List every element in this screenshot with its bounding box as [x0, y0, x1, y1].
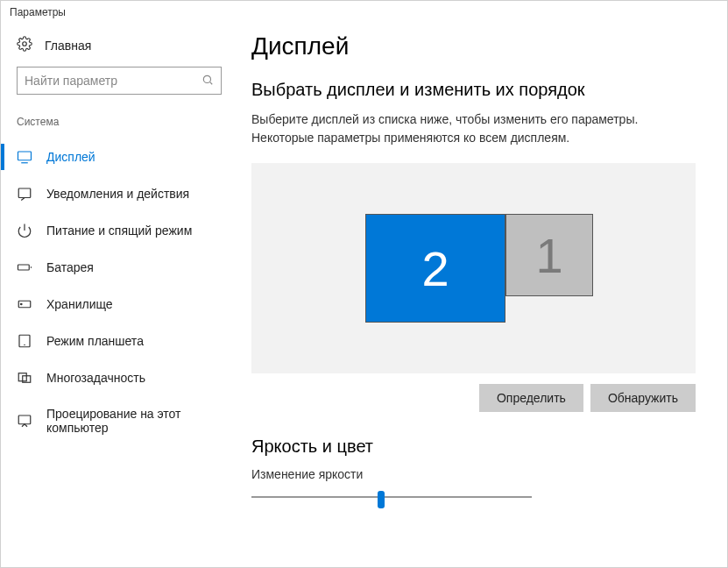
sidebar-item-label: Хранилище: [46, 297, 113, 311]
sidebar-item-projecting[interactable]: Проецирование на этот компьютер: [1, 396, 237, 445]
search-input-wrapper[interactable]: [17, 67, 222, 95]
home-label: Главная: [45, 39, 91, 53]
category-label: Система: [1, 116, 237, 138]
slider-thumb[interactable]: [378, 491, 385, 508]
sidebar: Главная Система Дисплей: [1, 24, 237, 567]
display-actions: Определить Обнаружить: [251, 384, 696, 412]
settings-window: Параметры Главная: [0, 0, 728, 568]
sidebar-item-label: Батарея: [46, 260, 94, 274]
sidebar-item-tablet[interactable]: Режим планшета: [1, 323, 237, 359]
window-title: Параметры: [1, 1, 727, 24]
sidebar-item-display[interactable]: Дисплей: [1, 138, 237, 175]
power-icon: [17, 223, 32, 238]
gear-icon: [17, 36, 32, 54]
svg-rect-7: [18, 265, 30, 270]
display-tile-2[interactable]: 2: [365, 214, 505, 323]
search-input[interactable]: [25, 74, 194, 88]
window-body: Главная Система Дисплей: [1, 24, 727, 567]
sidebar-item-label: Режим планшета: [46, 334, 144, 348]
identify-button[interactable]: Определить: [479, 384, 583, 412]
brightness-label: Изменение яркости: [251, 467, 696, 481]
display-tile-1[interactable]: 1: [505, 214, 593, 296]
svg-rect-5: [18, 188, 31, 198]
svg-point-1: [203, 75, 210, 82]
display-number: 2: [421, 240, 449, 297]
sidebar-item-storage[interactable]: Хранилище: [1, 286, 237, 323]
monitor-icon: [17, 149, 32, 165]
tablet-icon: [17, 333, 32, 349]
search-icon: [201, 74, 214, 89]
detect-button[interactable]: Обнаружить: [590, 384, 696, 412]
sidebar-item-label: Уведомления и действия: [46, 187, 189, 201]
storage-icon: [17, 296, 32, 312]
display-number: 1: [535, 227, 562, 284]
home-button[interactable]: Главная: [1, 31, 237, 67]
main-content: Дисплей Выбрать дисплеи и изменить их по…: [237, 24, 727, 567]
sidebar-item-battery[interactable]: Батарея: [1, 249, 237, 286]
display-arrange-panel[interactable]: 2 1: [251, 163, 696, 373]
sidebar-item-multitasking[interactable]: Многозадачность: [1, 359, 237, 396]
svg-rect-15: [18, 415, 31, 424]
svg-line-2: [210, 82, 213, 84]
notification-icon: [17, 186, 32, 202]
arrange-description: Выберите дисплей из списка ниже, чтобы и…: [251, 110, 696, 147]
sidebar-item-label: Проецирование на этот компьютер: [46, 407, 222, 435]
svg-rect-3: [18, 152, 32, 160]
project-icon: [17, 413, 32, 429]
brightness-slider[interactable]: [251, 486, 532, 508]
sidebar-item-notifications[interactable]: Уведомления и действия: [1, 175, 237, 212]
svg-point-0: [23, 42, 27, 46]
page-title: Дисплей: [251, 32, 696, 60]
svg-point-10: [21, 303, 23, 305]
sidebar-item-power[interactable]: Питание и спящий режим: [1, 212, 237, 249]
sidebar-item-label: Многозадачность: [46, 371, 145, 385]
sidebar-item-label: Дисплей: [46, 150, 95, 164]
sidebar-item-label: Питание и спящий режим: [46, 224, 192, 238]
slider-track: [251, 496, 532, 498]
battery-icon: [17, 259, 32, 275]
brightness-heading: Яркость и цвет: [251, 437, 696, 457]
multitasking-icon: [17, 370, 32, 386]
arrange-heading: Выбрать дисплеи и изменить их порядок: [251, 80, 696, 100]
